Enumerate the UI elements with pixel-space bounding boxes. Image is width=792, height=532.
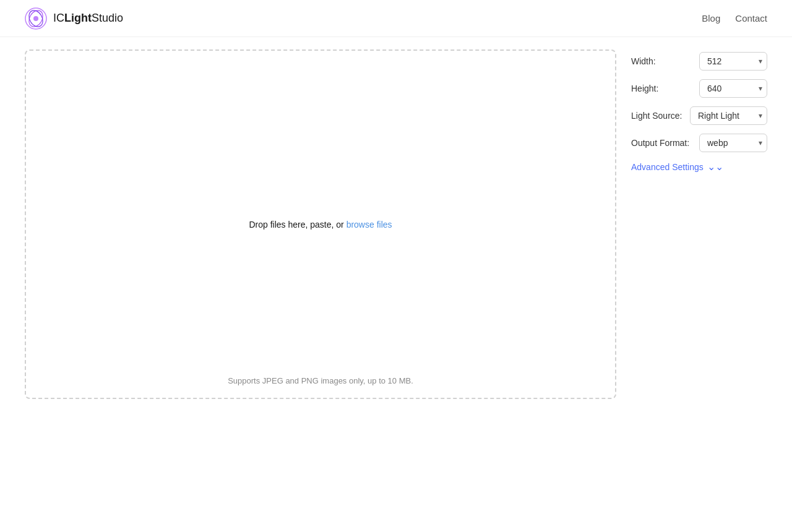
height-label: Height: — [631, 83, 658, 94]
height-select-wrapper: 640 512 768 1024 ▾ — [699, 79, 767, 98]
browse-files-link[interactable]: browse files — [346, 220, 392, 230]
dropzone-main-text: Drop files here, paste, or — [249, 220, 346, 230]
logo-text: ICLightStudio — [53, 12, 123, 25]
app-header: ICLightStudio Blog Contact — [0, 0, 792, 37]
nav-contact[interactable]: Contact — [735, 13, 767, 24]
main-content: Drop files here, paste, or browse files … — [0, 37, 792, 532]
light-source-select[interactable]: Right Light Left Light Top Light Bottom … — [690, 106, 767, 125]
advanced-settings-link[interactable]: Advanced Settings ⌄⌄ — [631, 161, 767, 173]
output-format-select[interactable]: webp png jpeg — [699, 134, 767, 152]
advanced-settings-chevron-icon: ⌄⌄ — [707, 161, 723, 173]
light-source-select-wrapper: Right Light Left Light Top Light Bottom … — [690, 106, 767, 125]
output-format-setting-row: Output Format: webp png jpeg ▾ — [631, 134, 767, 152]
logo-area: ICLightStudio — [25, 7, 123, 30]
height-setting-row: Height: 640 512 768 1024 ▾ — [631, 79, 767, 98]
advanced-settings-label: Advanced Settings — [631, 162, 704, 172]
dropzone-wrapper: Drop files here, paste, or browse files … — [25, 49, 616, 520]
nav-blog[interactable]: Blog — [702, 13, 720, 24]
width-select[interactable]: 512 768 1024 — [699, 52, 767, 71]
sidebar-settings: Width: 512 768 1024 ▾ Height: 640 512 76… — [631, 49, 767, 520]
height-select[interactable]: 640 512 768 1024 — [699, 79, 767, 98]
logo-icon — [25, 7, 47, 30]
width-label: Width: — [631, 56, 656, 67]
width-setting-row: Width: 512 768 1024 ▾ — [631, 52, 767, 71]
output-format-label: Output Format: — [631, 137, 689, 148]
width-select-wrapper: 512 768 1024 ▾ — [699, 52, 767, 71]
svg-point-3 — [33, 16, 38, 21]
light-source-setting-row: Light Source: Right Light Left Light Top… — [631, 106, 767, 125]
dropzone-support-text: Supports JPEG and PNG images only, up to… — [228, 376, 413, 385]
dropzone-text: Drop files here, paste, or browse files — [249, 220, 392, 230]
light-source-label: Light Source: — [631, 110, 682, 121]
dropzone[interactable]: Drop files here, paste, or browse files … — [25, 49, 616, 399]
output-format-select-wrapper: webp png jpeg ▾ — [699, 134, 767, 152]
nav-links: Blog Contact — [702, 13, 767, 24]
